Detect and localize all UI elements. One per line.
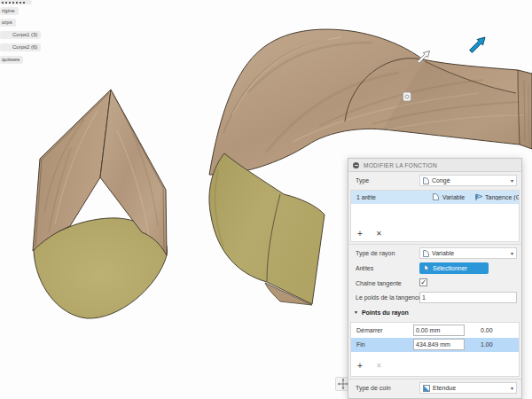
edge-list: 1 arête Variable Tangence (G... + ✕ [350, 190, 520, 242]
edge-radius-type: Variable [442, 194, 465, 200]
dialog-collapse-icon[interactable] [353, 162, 359, 168]
remove-edge-button[interactable]: ✕ [376, 230, 382, 239]
point-name: Fin [356, 341, 365, 348]
check-icon: ✓ [420, 278, 426, 286]
clipped-text [2, 2, 27, 4]
body-swept-band[interactable] [209, 29, 532, 175]
tangent-chain-label: Chaîne tangente [356, 280, 402, 286]
corner-type-dropdown[interactable]: Etendue ▾ [419, 382, 517, 394]
radius-type-row: Type de rayon Variable ▾ [348, 247, 521, 260]
edge-continuity: Tangence (G... [485, 194, 519, 200]
radius-points-table: Démarrer 0.00 mm 0.00 Fin 434.849 mm 1.0… [350, 322, 520, 377]
collapse-triangle-icon: ▼ [354, 309, 358, 315]
radius-type-label: Type de rayon [356, 250, 395, 256]
corner-type-value: Etendue [433, 385, 456, 391]
radius-points-header[interactable]: ▼ Points du rayon [354, 309, 409, 316]
tangency-flag-icon [475, 193, 483, 201]
browser-item-corps2[interactable]: Corps2 (6) [0, 43, 41, 51]
remove-point-button[interactable]: ✕ [376, 362, 382, 371]
dialog-header[interactable]: MODIFIER LA FONCTION [348, 159, 521, 172]
tangent-weight-input[interactable]: 1 [419, 292, 517, 303]
variable-radius-icon [423, 250, 429, 257]
divider [348, 379, 521, 379]
fillet-icon [423, 177, 429, 184]
type-dropdown[interactable]: Congé ▾ [419, 175, 517, 186]
browser-item-label: Corps2 (6) [12, 44, 37, 50]
add-edge-button[interactable]: + [357, 230, 363, 239]
extended-corner-icon [423, 385, 430, 392]
curl-khaki-face[interactable] [209, 153, 325, 304]
select-button[interactable]: Sélectionner [419, 262, 489, 274]
tangent-chain-row: Chaîne tangente ✓ [348, 278, 521, 288]
point-radius-input[interactable]: 0.00 mm [413, 325, 465, 336]
radius-points-label: Points du rayon [362, 309, 409, 316]
browser-item-label: quisses [2, 57, 20, 62]
edit-feature-dialog: MODIFIER LA FONCTION Type Congé ▾ 1 arêt… [348, 158, 522, 399]
radius-type-dropdown[interactable]: Variable ▾ [419, 247, 517, 259]
table-row-fin[interactable]: Fin 434.849 mm 1.00 [351, 338, 519, 352]
type-value: Congé [432, 177, 450, 184]
tangent-weight-label: Le poids de la tangence [356, 294, 421, 301]
tangent-chain-checkbox[interactable]: ✓ [419, 278, 427, 286]
edges-label: Arêtes [356, 265, 373, 271]
browser-item-origine[interactable]: rigine [0, 7, 19, 15]
blue-manipulator-arrow-icon[interactable] [470, 37, 485, 52]
browser-item-label: rigine [2, 8, 15, 13]
body-folded-cone[interactable] [33, 90, 168, 318]
radius-points-section: ▼ Points du rayon [348, 309, 521, 320]
point-radius-value: 0.00 mm [416, 327, 440, 333]
type-row: Type Congé ▾ [348, 175, 521, 187]
radius-type-value: Variable [432, 250, 454, 256]
point-position: 1.00 [481, 341, 493, 348]
browser-item-esquisses[interactable]: quisses [0, 56, 23, 64]
point-radius-value: 434.849 mm [416, 341, 450, 348]
dialog-title: MODIFIER LA FONCTION [364, 162, 437, 168]
corner-type-row: Type de coin Etendue ▾ [348, 382, 521, 395]
point-position: 0.00 [481, 327, 493, 333]
add-point-button[interactable]: + [357, 362, 363, 371]
browser-item-clipped[interactable] [0, 0, 32, 4]
chevron-down-icon: ▾ [511, 250, 513, 256]
application-viewport: rigine orps Corps1 (3) Corps2 (6) quisse… [0, 0, 532, 399]
point-radius-input[interactable]: 434.849 mm [413, 339, 465, 350]
browser-item-corps1[interactable]: Corps1 (3) [0, 31, 41, 39]
tangent-weight-row: Le poids de la tangence 1 [348, 292, 521, 304]
corner-type-label: Type de coin [356, 385, 391, 391]
variable-radius-icon [433, 193, 439, 200]
browser-item-corps[interactable]: orps [0, 19, 16, 27]
browser-item-label: orps [2, 20, 12, 25]
tangent-weight-value: 1 [422, 294, 426, 301]
point-name: Démarrer [356, 327, 383, 333]
table-row-demarrer[interactable]: Démarrer 0.00 mm 0.00 [351, 324, 519, 338]
divider [348, 244, 521, 245]
chevron-down-icon: ▾ [511, 385, 513, 391]
edges-row: Arêtes Sélectionner [348, 262, 521, 275]
body-curl-surface[interactable] [209, 153, 325, 305]
edge-list-row[interactable]: 1 arête Variable Tangence (G... [351, 191, 519, 204]
edge-count: 1 arête [356, 194, 376, 200]
select-button-label: Sélectionner [433, 265, 467, 271]
cursor-icon [424, 264, 430, 272]
chevron-down-icon: ▾ [511, 177, 513, 184]
browser-item-label: Corps1 (3) [12, 32, 37, 37]
type-label: Type [356, 177, 369, 184]
radius-point-badge[interactable] [403, 92, 411, 101]
